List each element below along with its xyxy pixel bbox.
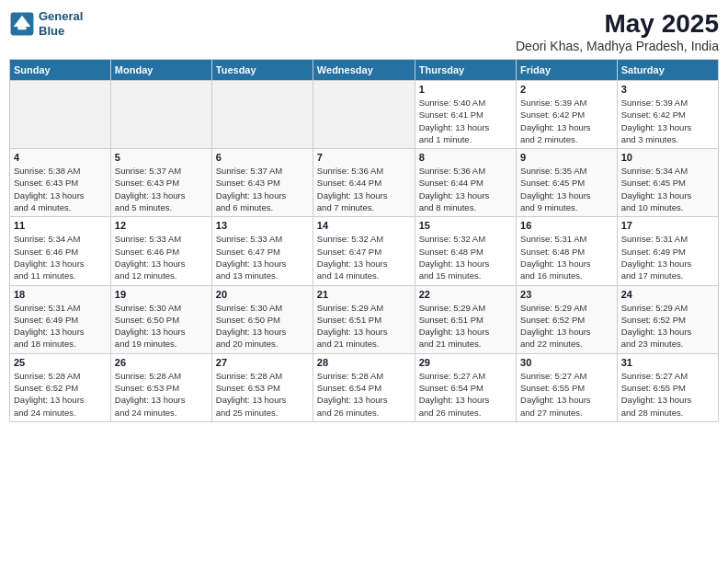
- day-number: 6: [216, 152, 309, 163]
- weekday-header-wednesday: Wednesday: [313, 60, 415, 81]
- day-number: 18: [14, 289, 107, 300]
- calendar-week-row: 11Sunrise: 5:34 AM Sunset: 6:46 PM Dayli…: [10, 217, 719, 285]
- calendar-day-cell: 6Sunrise: 5:37 AM Sunset: 6:43 PM Daylig…: [211, 149, 313, 217]
- day-number: 21: [317, 289, 411, 300]
- day-info: Sunrise: 5:36 AM Sunset: 6:44 PM Dayligh…: [419, 165, 512, 213]
- calendar-week-row: 25Sunrise: 5:28 AM Sunset: 6:52 PM Dayli…: [10, 353, 719, 421]
- day-number: 25: [14, 357, 107, 368]
- day-info: Sunrise: 5:27 AM Sunset: 6:55 PM Dayligh…: [520, 370, 613, 419]
- calendar-day-cell: 17Sunrise: 5:31 AM Sunset: 6:49 PM Dayli…: [617, 217, 718, 285]
- day-info: Sunrise: 5:31 AM Sunset: 6:49 PM Dayligh…: [14, 302, 107, 350]
- day-info: Sunrise: 5:36 AM Sunset: 6:44 PM Dayligh…: [317, 165, 411, 213]
- day-info: Sunrise: 5:39 AM Sunset: 6:42 PM Dayligh…: [520, 97, 613, 145]
- calendar-day-cell: [211, 81, 313, 149]
- day-number: 31: [621, 357, 714, 368]
- day-number: 26: [115, 357, 208, 368]
- day-number: 29: [419, 357, 512, 368]
- calendar-day-cell: 16Sunrise: 5:31 AM Sunset: 6:48 PM Dayli…: [517, 217, 618, 285]
- logo-line1: General: [39, 9, 83, 23]
- calendar-week-row: 4Sunrise: 5:38 AM Sunset: 6:43 PM Daylig…: [10, 149, 719, 217]
- logo-text: General Blue: [39, 9, 83, 38]
- calendar-day-cell: 29Sunrise: 5:27 AM Sunset: 6:54 PM Dayli…: [415, 353, 516, 421]
- weekday-header-friday: Friday: [517, 60, 618, 81]
- logo-icon: [9, 11, 35, 37]
- logo-line2: Blue: [39, 24, 64, 38]
- weekday-header-saturday: Saturday: [617, 60, 718, 81]
- day-info: Sunrise: 5:29 AM Sunset: 6:51 PM Dayligh…: [317, 302, 411, 350]
- day-info: Sunrise: 5:30 AM Sunset: 6:50 PM Dayligh…: [216, 302, 309, 350]
- weekday-header-monday: Monday: [110, 60, 211, 81]
- day-info: Sunrise: 5:29 AM Sunset: 6:52 PM Dayligh…: [621, 302, 714, 350]
- day-info: Sunrise: 5:33 AM Sunset: 6:46 PM Dayligh…: [115, 233, 208, 282]
- day-info: Sunrise: 5:35 AM Sunset: 6:45 PM Dayligh…: [520, 165, 613, 213]
- calendar-day-cell: 18Sunrise: 5:31 AM Sunset: 6:49 PM Dayli…: [10, 285, 111, 353]
- calendar-day-cell: 1Sunrise: 5:40 AM Sunset: 6:41 PM Daylig…: [415, 81, 516, 149]
- location-title: Deori Khas, Madhya Pradesh, India: [516, 39, 719, 53]
- calendar-day-cell: 5Sunrise: 5:37 AM Sunset: 6:43 PM Daylig…: [110, 149, 211, 217]
- calendar-day-cell: 24Sunrise: 5:29 AM Sunset: 6:52 PM Dayli…: [617, 285, 718, 353]
- day-info: Sunrise: 5:28 AM Sunset: 6:54 PM Dayligh…: [317, 370, 411, 419]
- day-info: Sunrise: 5:34 AM Sunset: 6:45 PM Dayligh…: [621, 165, 714, 213]
- calendar-day-cell: 4Sunrise: 5:38 AM Sunset: 6:43 PM Daylig…: [10, 149, 111, 217]
- day-number: 5: [115, 152, 208, 163]
- calendar-day-cell: 23Sunrise: 5:29 AM Sunset: 6:52 PM Dayli…: [517, 285, 618, 353]
- calendar-week-row: 18Sunrise: 5:31 AM Sunset: 6:49 PM Dayli…: [10, 285, 719, 353]
- day-info: Sunrise: 5:40 AM Sunset: 6:41 PM Dayligh…: [419, 97, 512, 145]
- day-number: 4: [14, 152, 107, 163]
- day-number: 19: [115, 289, 208, 300]
- calendar-day-cell: 8Sunrise: 5:36 AM Sunset: 6:44 PM Daylig…: [415, 149, 516, 217]
- calendar-day-cell: 30Sunrise: 5:27 AM Sunset: 6:55 PM Dayli…: [517, 353, 618, 421]
- header: General Blue May 2025 Deori Khas, Madhya…: [9, 9, 719, 53]
- calendar-week-row: 1Sunrise: 5:40 AM Sunset: 6:41 PM Daylig…: [10, 81, 719, 149]
- calendar-day-cell: [110, 81, 211, 149]
- day-number: 12: [115, 220, 208, 231]
- day-info: Sunrise: 5:38 AM Sunset: 6:43 PM Dayligh…: [14, 165, 107, 213]
- calendar-day-cell: 3Sunrise: 5:39 AM Sunset: 6:42 PM Daylig…: [617, 81, 718, 149]
- calendar-day-cell: 26Sunrise: 5:28 AM Sunset: 6:53 PM Dayli…: [110, 353, 211, 421]
- day-number: 27: [216, 357, 309, 368]
- weekday-header-row: SundayMondayTuesdayWednesdayThursdayFrid…: [10, 60, 719, 81]
- logo: General Blue: [9, 9, 83, 38]
- day-number: 7: [317, 152, 411, 163]
- day-number: 15: [419, 220, 512, 231]
- day-info: Sunrise: 5:32 AM Sunset: 6:47 PM Dayligh…: [317, 233, 411, 282]
- title-area: May 2025 Deori Khas, Madhya Pradesh, Ind…: [516, 9, 719, 53]
- day-info: Sunrise: 5:27 AM Sunset: 6:55 PM Dayligh…: [621, 370, 714, 419]
- calendar-day-cell: [313, 81, 415, 149]
- day-number: 9: [520, 152, 613, 163]
- day-info: Sunrise: 5:28 AM Sunset: 6:53 PM Dayligh…: [216, 370, 309, 419]
- day-info: Sunrise: 5:27 AM Sunset: 6:54 PM Dayligh…: [419, 370, 512, 419]
- calendar-table: SundayMondayTuesdayWednesdayThursdayFrid…: [9, 59, 719, 422]
- day-number: 20: [216, 289, 309, 300]
- day-number: 22: [419, 289, 512, 300]
- calendar-day-cell: 11Sunrise: 5:34 AM Sunset: 6:46 PM Dayli…: [10, 217, 111, 285]
- day-number: 2: [520, 84, 613, 95]
- calendar-day-cell: 21Sunrise: 5:29 AM Sunset: 6:51 PM Dayli…: [313, 285, 415, 353]
- calendar-day-cell: 10Sunrise: 5:34 AM Sunset: 6:45 PM Dayli…: [617, 149, 718, 217]
- day-number: 1: [419, 84, 512, 95]
- day-info: Sunrise: 5:34 AM Sunset: 6:46 PM Dayligh…: [14, 233, 107, 282]
- day-number: 8: [419, 152, 512, 163]
- calendar-day-cell: [10, 81, 111, 149]
- calendar-day-cell: 2Sunrise: 5:39 AM Sunset: 6:42 PM Daylig…: [517, 81, 618, 149]
- calendar-day-cell: 15Sunrise: 5:32 AM Sunset: 6:48 PM Dayli…: [415, 217, 516, 285]
- day-info: Sunrise: 5:29 AM Sunset: 6:51 PM Dayligh…: [419, 302, 512, 350]
- day-number: 23: [520, 289, 613, 300]
- weekday-header-tuesday: Tuesday: [211, 60, 313, 81]
- day-info: Sunrise: 5:37 AM Sunset: 6:43 PM Dayligh…: [216, 165, 309, 213]
- day-info: Sunrise: 5:39 AM Sunset: 6:42 PM Dayligh…: [621, 97, 714, 145]
- day-info: Sunrise: 5:28 AM Sunset: 6:53 PM Dayligh…: [115, 370, 208, 419]
- day-number: 30: [520, 357, 613, 368]
- day-info: Sunrise: 5:30 AM Sunset: 6:50 PM Dayligh…: [115, 302, 208, 350]
- day-info: Sunrise: 5:33 AM Sunset: 6:47 PM Dayligh…: [216, 233, 309, 282]
- day-info: Sunrise: 5:29 AM Sunset: 6:52 PM Dayligh…: [520, 302, 613, 350]
- calendar-day-cell: 14Sunrise: 5:32 AM Sunset: 6:47 PM Dayli…: [313, 217, 415, 285]
- day-number: 14: [317, 220, 411, 231]
- day-info: Sunrise: 5:28 AM Sunset: 6:52 PM Dayligh…: [14, 370, 107, 419]
- calendar-day-cell: 13Sunrise: 5:33 AM Sunset: 6:47 PM Dayli…: [211, 217, 313, 285]
- calendar-day-cell: 28Sunrise: 5:28 AM Sunset: 6:54 PM Dayli…: [313, 353, 415, 421]
- day-number: 13: [216, 220, 309, 231]
- calendar-day-cell: 19Sunrise: 5:30 AM Sunset: 6:50 PM Dayli…: [110, 285, 211, 353]
- calendar-day-cell: 25Sunrise: 5:28 AM Sunset: 6:52 PM Dayli…: [10, 353, 111, 421]
- day-info: Sunrise: 5:32 AM Sunset: 6:48 PM Dayligh…: [419, 233, 512, 282]
